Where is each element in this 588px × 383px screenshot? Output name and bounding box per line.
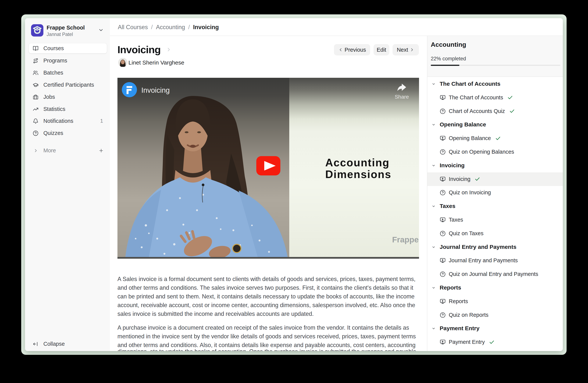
svg-text:Share: Share xyxy=(395,94,409,100)
svg-text:Accounting: Accounting xyxy=(325,156,389,169)
svg-text:Invoicing: Invoicing xyxy=(141,86,170,94)
svg-text:Dimensions: Dimensions xyxy=(325,168,391,180)
svg-text:Frappe: Frappe xyxy=(392,235,419,244)
